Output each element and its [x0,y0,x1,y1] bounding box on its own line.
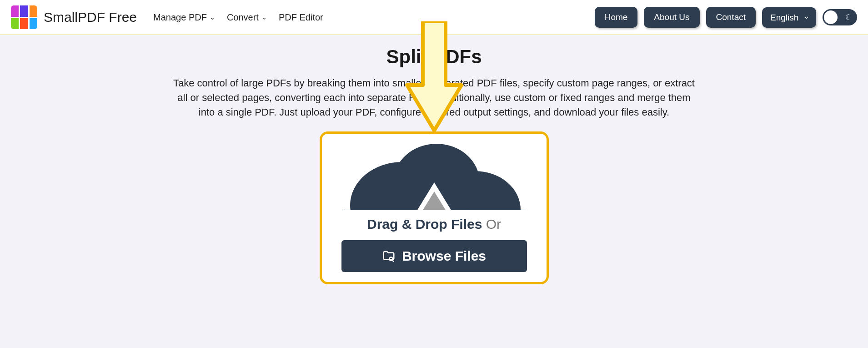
chevron-down-icon: ⌄ [261,14,267,21]
language-select[interactable]: English [762,7,816,28]
contact-button[interactable]: Contact [706,7,756,28]
browse-label: Browse Files [402,248,486,264]
nav-label: Convert [227,12,259,23]
dark-mode-toggle[interactable]: ☾ [823,9,857,25]
logo-block[interactable]: SmallPDF Free [11,5,137,29]
language-select-wrap: English [762,7,816,28]
upload-dropzone[interactable]: Drag & Drop Files Or Browse Files [320,131,549,284]
header: SmallPDF Free Manage PDF ⌄ Convert ⌄ PDF… [0,0,868,35]
or-label: Or [486,217,501,232]
nav-label: PDF Editor [279,12,323,23]
toggle-knob [824,10,838,24]
nav-manage-pdf[interactable]: Manage PDF ⌄ [153,12,215,23]
drag-drop-text: Drag & Drop Files Or [322,217,547,232]
nav-convert[interactable]: Convert ⌄ [227,12,267,23]
svg-line-5 [392,260,394,262]
brand-name: SmallPDF Free [44,10,137,25]
drag-drop-label: Drag & Drop Files [367,217,482,232]
cloud-upload-icon [334,139,534,210]
browse-files-button[interactable]: Browse Files [341,240,527,272]
logo-icon [11,5,37,29]
about-us-button[interactable]: About Us [644,7,699,28]
cloud-illustration [322,134,547,210]
nav-pdf-editor[interactable]: PDF Editor [279,12,323,23]
page-description: Take control of large PDFs by breaking t… [171,76,698,120]
home-button[interactable]: Home [595,7,638,28]
chevron-down-icon: ⌄ [210,14,215,21]
right-nav: Home About Us Contact English ☾ [595,7,857,28]
moon-icon: ☾ [845,12,853,22]
folder-search-icon [382,249,396,263]
nav-label: Manage PDF [153,12,207,23]
page-title: Split PDFs [125,46,743,68]
main-content: Split PDFs Take control of large PDFs by… [116,35,753,303]
main-nav: Manage PDF ⌄ Convert ⌄ PDF Editor [153,12,323,23]
